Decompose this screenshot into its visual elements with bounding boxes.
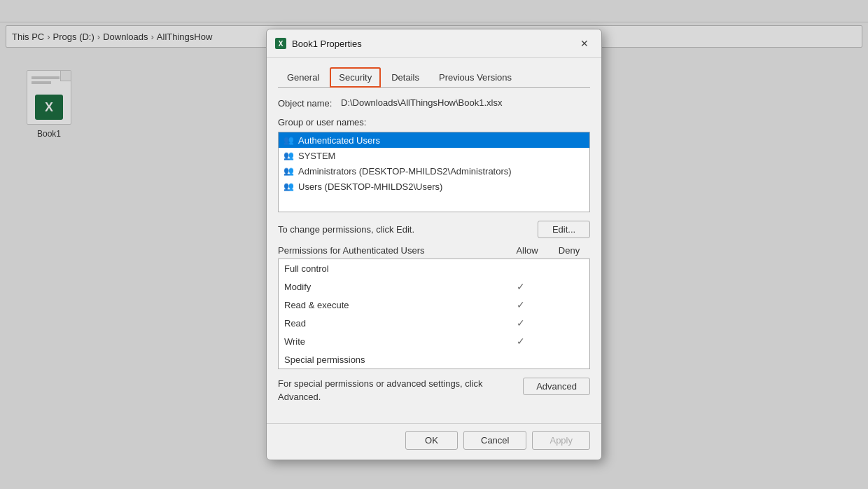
tab-bar: General Security Details Previous Versio… bbox=[278, 67, 590, 88]
tab-details[interactable]: Details bbox=[382, 67, 428, 88]
checkmark-read-allow: ✓ bbox=[517, 317, 525, 329]
checkmark-readexec-allow: ✓ bbox=[517, 299, 525, 310]
user-list[interactable]: 👥 Authenticated Users 👥 SYSTEM 👥 Adminis… bbox=[278, 132, 590, 212]
perms-allow-header: Allow bbox=[506, 245, 548, 256]
advanced-text: For special permissions or advanced sett… bbox=[278, 378, 502, 403]
perm-row-special: Special permissions bbox=[279, 350, 589, 369]
checkmark-modify-allow: ✓ bbox=[517, 281, 525, 292]
dialog-close-button[interactable]: ✕ bbox=[576, 35, 593, 52]
dialog-title-text: Book1 Properties bbox=[292, 39, 362, 49]
perms-header-label: Permissions for Authenticated Users bbox=[278, 245, 506, 256]
perms-header: Permissions for Authenticated Users Allo… bbox=[278, 245, 590, 256]
dialog-title-left: X Book1 Properties bbox=[275, 38, 362, 49]
perm-name-full-control: Full control bbox=[284, 263, 500, 274]
perm-allow-modify: ✓ bbox=[500, 281, 542, 292]
perm-row-read-execute: Read & execute ✓ bbox=[279, 296, 589, 314]
permissions-table: Full control Modify ✓ Read & execute ✓ bbox=[278, 259, 590, 369]
group-users-label: Group or user names: bbox=[278, 117, 590, 128]
user-item-users[interactable]: 👥 Users (DESKTOP-MHILDS2\Users) bbox=[279, 179, 589, 194]
dialog-footer: OK Cancel Apply bbox=[267, 423, 601, 460]
perm-row-modify: Modify ✓ bbox=[279, 277, 589, 296]
perm-allow-read: ✓ bbox=[500, 317, 542, 329]
perms-deny-header: Deny bbox=[548, 245, 590, 256]
advanced-button[interactable]: Advanced bbox=[523, 378, 590, 395]
tab-general[interactable]: General bbox=[278, 67, 328, 88]
user-name-system: SYSTEM bbox=[298, 151, 335, 161]
modal-overlay: X Book1 Properties ✕ General Security De… bbox=[0, 0, 868, 489]
advanced-row: For special permissions or advanced sett… bbox=[278, 378, 590, 403]
user-name-users: Users (DESKTOP-MHILDS2\Users) bbox=[298, 181, 442, 192]
tab-security[interactable]: Security bbox=[330, 67, 381, 88]
user-name-authenticated: Authenticated Users bbox=[298, 135, 380, 146]
change-perms-row: To change permissions, click Edit. Edit.… bbox=[278, 221, 590, 238]
cancel-button[interactable]: Cancel bbox=[463, 431, 526, 450]
dialog-body: General Security Details Previous Versio… bbox=[267, 58, 601, 422]
permissions-section: Permissions for Authenticated Users Allo… bbox=[278, 245, 590, 369]
user-item-system[interactable]: 👥 SYSTEM bbox=[279, 148, 589, 163]
user-item-administrators[interactable]: 👥 Administrators (DESKTOP-MHILDS2\Admini… bbox=[279, 163, 589, 179]
user-icon-system: 👥 bbox=[283, 150, 294, 161]
apply-button[interactable]: Apply bbox=[532, 431, 590, 450]
tab-previous-versions[interactable]: Previous Versions bbox=[430, 67, 521, 88]
edit-button[interactable]: Edit... bbox=[538, 221, 590, 238]
perm-name-write: Write bbox=[284, 336, 500, 347]
properties-dialog: X Book1 Properties ✕ General Security De… bbox=[266, 29, 602, 460]
checkmark-write-allow: ✓ bbox=[517, 336, 525, 347]
perm-row-write: Write ✓ bbox=[279, 332, 589, 350]
change-perms-text: To change permissions, click Edit. bbox=[278, 224, 414, 235]
object-name-label: Object name: bbox=[278, 97, 341, 109]
object-name-row: Object name: D:\Downloads\AllThingsHow\B… bbox=[278, 97, 590, 109]
user-icon-authenticated: 👥 bbox=[283, 135, 294, 146]
perm-name-special: Special permissions bbox=[284, 354, 500, 365]
dialog-titlebar: X Book1 Properties ✕ bbox=[267, 29, 601, 58]
perm-name-read-execute: Read & execute bbox=[284, 300, 500, 310]
perm-allow-read-execute: ✓ bbox=[500, 299, 542, 310]
dialog-title-icon: X bbox=[275, 38, 286, 49]
user-item-authenticated[interactable]: 👥 Authenticated Users bbox=[279, 132, 589, 148]
object-name-value: D:\Downloads\AllThingsHow\Book1.xlsx bbox=[341, 97, 502, 108]
user-name-administrators: Administrators (DESKTOP-MHILDS2\Administ… bbox=[298, 166, 512, 177]
user-icon-users: 👥 bbox=[283, 181, 294, 192]
perm-row-read: Read ✓ bbox=[279, 314, 589, 332]
perm-allow-write: ✓ bbox=[500, 336, 542, 347]
perm-name-modify: Modify bbox=[284, 282, 500, 292]
user-icon-administrators: 👥 bbox=[283, 165, 294, 177]
perm-row-full-control: Full control bbox=[279, 259, 589, 277]
perm-name-read: Read bbox=[284, 318, 500, 329]
ok-button[interactable]: OK bbox=[405, 431, 458, 450]
